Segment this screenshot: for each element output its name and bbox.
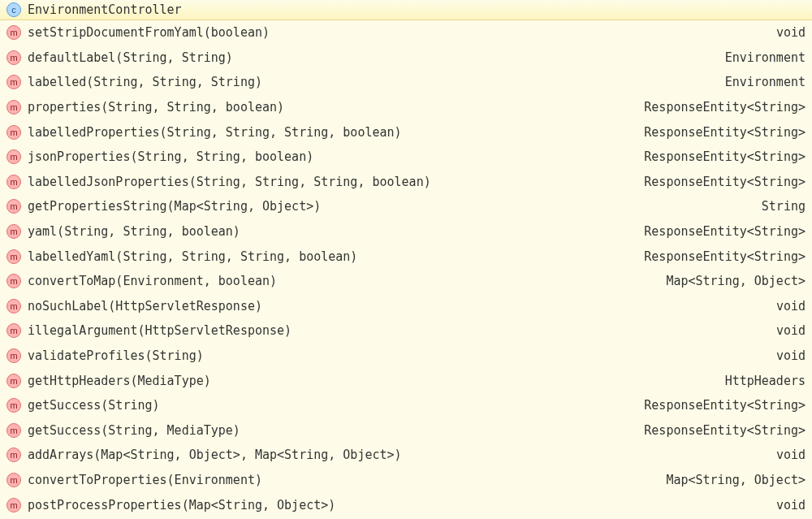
method-signature: convertToMap(Environment, boolean) — [28, 274, 656, 288]
method-row[interactable]: mlabelled(String, String, String)Environ… — [0, 70, 812, 95]
method-return-type: void — [776, 323, 806, 338]
method-return-type: ResponseEntity<String> — [644, 423, 806, 438]
method-list: msetStripDocumentFromYaml(boolean)voidmd… — [0, 20, 812, 517]
method-icon: m — [6, 175, 21, 189]
method-signature: illegalArgument(HttpServletResponse) — [28, 323, 767, 338]
method-icon: m — [6, 498, 21, 513]
method-return-type: ResponseEntity<String> — [644, 100, 806, 115]
method-icon: m — [6, 274, 21, 288]
method-row[interactable]: mnoSuchLabel(HttpServletResponse)void — [0, 294, 812, 319]
method-signature: properties(String, String, boolean) — [28, 100, 634, 115]
method-icon: m — [6, 374, 21, 388]
method-signature: addArrays(Map<String, Object>, Map<Strin… — [28, 448, 767, 462]
method-row[interactable]: mgetSuccess(String, MediaType)ResponseEn… — [0, 418, 812, 443]
method-return-type: void — [776, 448, 806, 462]
method-row[interactable]: mgetHttpHeaders(MediaType)HttpHeaders — [0, 368, 812, 393]
method-icon: m — [6, 348, 21, 363]
method-row[interactable]: mdefaultLabel(String, String)Environment — [0, 45, 812, 71]
method-return-type: ResponseEntity<String> — [644, 149, 806, 164]
method-row[interactable]: mjsonProperties(String, String, boolean)… — [0, 145, 812, 170]
method-return-type: Map<String, Object> — [666, 473, 806, 487]
method-signature: labelledYaml(String, String, String, boo… — [28, 249, 634, 264]
method-signature: postProcessProperties(Map<String, Object… — [28, 498, 767, 513]
method-icon: m — [6, 199, 21, 214]
method-signature: getPropertiesString(Map<String, Object>) — [28, 199, 752, 214]
method-signature: jsonProperties(String, String, boolean) — [28, 149, 634, 164]
method-icon: m — [6, 323, 21, 338]
method-return-type: ResponseEntity<String> — [644, 249, 806, 264]
method-return-type: ResponseEntity<String> — [644, 125, 806, 140]
method-icon: m — [6, 249, 21, 264]
method-return-type: void — [776, 299, 806, 314]
method-row[interactable]: mgetPropertiesString(Map<String, Object>… — [0, 194, 812, 219]
method-row[interactable]: millegalArgument(HttpServletResponse)voi… — [0, 318, 812, 344]
method-icon: m — [6, 473, 21, 487]
method-icon: m — [6, 448, 21, 462]
method-icon: m — [6, 149, 21, 164]
method-row[interactable]: myaml(String, String, boolean)ResponseEn… — [0, 219, 812, 244]
method-icon: m — [6, 50, 21, 65]
method-signature: labelledProperties(String, String, Strin… — [28, 125, 634, 140]
method-row[interactable]: mlabelledJsonProperties(String, String, … — [0, 170, 812, 195]
method-return-type: void — [776, 25, 806, 40]
method-return-type: String — [762, 199, 806, 214]
method-icon: m — [6, 398, 21, 413]
method-row[interactable]: mlabelledYaml(String, String, String, bo… — [0, 244, 812, 269]
method-return-type: ResponseEntity<String> — [644, 224, 806, 239]
method-signature: defaultLabel(String, String) — [28, 50, 715, 65]
method-signature: yaml(String, String, boolean) — [28, 224, 634, 239]
method-signature: labelled(String, String, String) — [28, 75, 715, 89]
method-signature: getSuccess(String) — [28, 398, 634, 413]
method-return-type: ResponseEntity<String> — [644, 175, 806, 189]
method-signature: getSuccess(String, MediaType) — [28, 423, 634, 438]
method-icon: m — [6, 100, 21, 115]
method-row[interactable]: mvalidateProfiles(String)void — [0, 344, 812, 369]
method-signature: validateProfiles(String) — [28, 348, 767, 363]
class-header[interactable]: c EnvironmentController — [0, 0, 812, 20]
method-row[interactable]: mproperties(String, String, boolean)Resp… — [0, 95, 812, 120]
method-icon: m — [6, 125, 21, 140]
method-icon: m — [6, 299, 21, 314]
method-return-type: ResponseEntity<String> — [644, 398, 806, 413]
method-return-type: void — [776, 348, 806, 363]
method-return-type: Environment — [725, 50, 806, 65]
method-row[interactable]: mgetSuccess(String)ResponseEntity<String… — [0, 393, 812, 418]
method-row[interactable]: mconvertToProperties(Environment)Map<Str… — [0, 468, 812, 493]
method-row[interactable]: mpostProcessProperties(Map<String, Objec… — [0, 492, 812, 517]
method-icon: m — [6, 224, 21, 239]
method-signature: getHttpHeaders(MediaType) — [28, 374, 715, 388]
method-row[interactable]: msetStripDocumentFromYaml(boolean)void — [0, 20, 812, 45]
method-row[interactable]: mlabelledProperties(String, String, Stri… — [0, 119, 812, 145]
method-signature: setStripDocumentFromYaml(boolean) — [28, 25, 767, 40]
method-icon: m — [6, 75, 21, 89]
method-icon: m — [6, 25, 21, 40]
method-signature: convertToProperties(Environment) — [28, 473, 656, 487]
class-icon: c — [6, 2, 21, 17]
method-return-type: void — [776, 498, 806, 513]
method-icon: m — [6, 423, 21, 438]
method-signature: noSuchLabel(HttpServletResponse) — [28, 299, 767, 314]
method-row[interactable]: mconvertToMap(Environment, boolean)Map<S… — [0, 269, 812, 294]
method-return-type: Environment — [725, 75, 806, 89]
class-title: EnvironmentController — [28, 2, 182, 17]
method-row[interactable]: maddArrays(Map<String, Object>, Map<Stri… — [0, 443, 812, 468]
method-signature: labelledJsonProperties(String, String, S… — [28, 175, 634, 189]
method-return-type: Map<String, Object> — [666, 274, 806, 288]
method-return-type: HttpHeaders — [725, 374, 806, 388]
